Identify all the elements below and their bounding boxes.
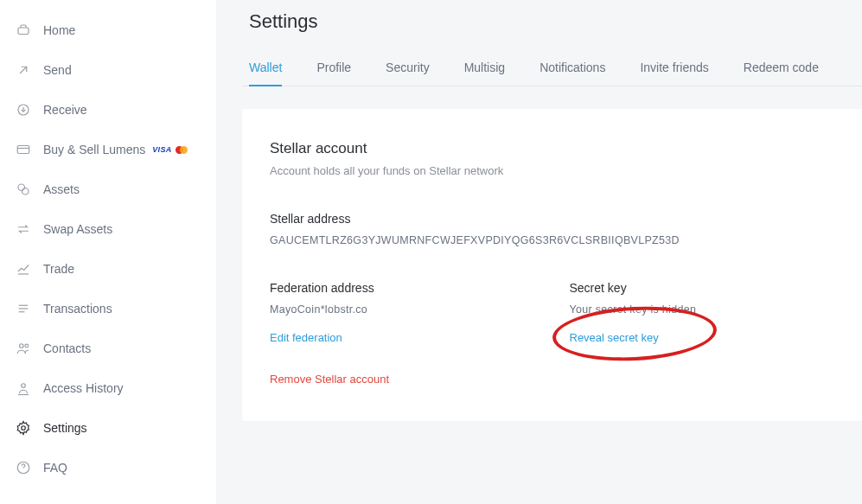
settings-tabs: Wallet Profile Security Multisig Notific… [242,54,862,86]
sidebar-item-label: Settings [43,421,87,435]
stellar-address-block: Stellar address GAUCEMTLRZ6G3YJWUMRNFCWJ… [270,212,834,246]
tab-security[interactable]: Security [386,54,430,86]
stellar-address-value: GAUCEMTLRZ6G3YJWUMRNFCWJEFXVPDIYQG6S3R6V… [270,234,834,246]
sidebar-item-label: Swap Assets [43,222,112,236]
sidebar-item-transactions[interactable]: Transactions [0,289,216,329]
sidebar-item-access-history[interactable]: Access History [0,368,216,408]
secret-key-block: Secret key Your secret key is hidden Rev… [570,281,835,345]
assets-icon [16,182,31,197]
mastercard-badge [176,146,188,154]
card-badges: VISA [152,145,187,154]
sidebar-item-trade[interactable]: Trade [0,249,216,289]
home-icon [16,22,31,38]
sidebar-item-faq[interactable]: FAQ [0,448,216,488]
visa-badge: VISA [152,145,171,154]
secret-key-value: Your secret key is hidden [570,303,835,316]
sidebar-item-label: Home [43,23,75,37]
send-icon [16,62,31,78]
tab-wallet[interactable]: Wallet [249,54,282,86]
main-content: Settings Wallet Profile Security Multisi… [216,0,862,504]
sidebar-item-label: Receive [43,103,87,117]
tab-notifications[interactable]: Notifications [540,54,605,86]
stellar-account-heading: Stellar account [270,140,834,157]
history-icon [16,380,31,396]
tab-multisig[interactable]: Multisig [464,54,505,86]
tab-redeem-code[interactable]: Redeem code [744,54,819,86]
sidebar-item-home[interactable]: Home [0,10,216,50]
svg-rect-2 [17,146,29,154]
sidebar-item-label: Transactions [43,302,112,316]
svg-point-5 [22,188,29,195]
svg-point-13 [22,426,26,431]
sidebar-item-label: Contacts [43,341,91,355]
stellar-account-subheading: Account holds all your funds on Stellar … [270,164,834,177]
reveal-secret-key-link[interactable]: Reveal secret key [570,331,659,344]
sidebar-item-label: Access History [43,381,124,395]
svg-point-11 [22,384,26,388]
tab-invite-friends[interactable]: Invite friends [640,54,708,86]
edit-federation-link[interactable]: Edit federation [270,331,342,344]
sidebar-item-receive[interactable]: Receive [0,90,216,130]
transactions-icon [16,301,31,316]
sidebar-item-label: FAQ [43,461,67,475]
remove-stellar-account-link[interactable]: Remove Stellar account [270,373,389,386]
swap-icon [16,221,31,237]
faq-icon [16,460,31,475]
sidebar-item-settings[interactable]: Settings [0,408,216,448]
secret-key-label: Secret key [570,281,835,295]
sidebar-item-label: Assets [43,182,80,196]
settings-icon [16,420,31,436]
tab-profile[interactable]: Profile [316,54,351,86]
svg-point-9 [20,344,24,348]
page-title: Settings [249,10,862,33]
sidebar-item-label: Trade [43,262,74,276]
card-icon [16,142,31,157]
sidebar-item-label: Send [43,63,72,77]
receive-icon [16,102,31,118]
sidebar-item-buy-sell[interactable]: Buy & Sell Lumens VISA [0,130,216,169]
wallet-panel: Stellar account Account holds all your f… [242,109,862,421]
sidebar-item-label: Buy & Sell Lumens [43,143,145,156]
sidebar-item-contacts[interactable]: Contacts [0,329,216,368]
svg-point-10 [25,344,29,348]
contacts-icon [16,341,31,356]
trade-icon [16,261,31,277]
sidebar-item-swap[interactable]: Swap Assets [0,209,216,249]
svg-point-4 [18,184,25,191]
federation-value: MayoCoin*lobstr.co [270,303,535,316]
sidebar-item-assets[interactable]: Assets [0,169,216,209]
federation-label: Federation address [270,281,535,295]
sidebar: Home Send Receive Buy & Sell Lumens VISA… [0,0,216,504]
federation-block: Federation address MayoCoin*lobstr.co Ed… [270,281,535,345]
stellar-address-label: Stellar address [270,212,834,226]
svg-rect-0 [18,28,29,35]
sidebar-item-send[interactable]: Send [0,50,216,90]
